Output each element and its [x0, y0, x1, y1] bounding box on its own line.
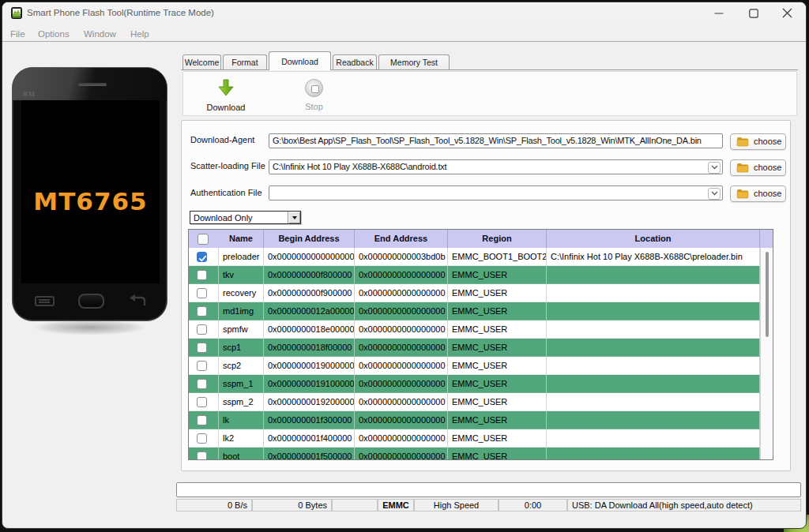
table-row-lk[interactable]: lk0x000000001f3000000x0000000000000000EM… — [189, 411, 760, 429]
cell-region: EMMC_USER — [448, 320, 547, 339]
chevron-down-icon — [711, 191, 718, 196]
cell-begin-address: 0x000000001f400000 — [264, 429, 355, 448]
cell-begin-address: 0x0000000012a00000 — [264, 302, 355, 320]
column-header-end-address[interactable]: End Address — [355, 230, 448, 248]
cell-location — [547, 448, 760, 460]
cell-region: EMMC_USER — [448, 448, 547, 460]
cell-location: C:\Infinix Hot 10 Play X688B-X688C\prelo… — [547, 248, 760, 266]
cell-region: EMMC_USER — [448, 302, 547, 320]
row-checkbox-unchecked[interactable] — [197, 397, 207, 407]
download-mode-dropdown-button[interactable] — [288, 212, 300, 223]
table-row-boot[interactable]: boot0x000000001f5000000x0000000000000000… — [189, 448, 760, 460]
table-row-tkv[interactable]: tkv0x000000000f8000000x0000000000000000E… — [189, 266, 760, 284]
choose-button-0[interactable]: choose — [730, 133, 786, 150]
row-checkbox-unchecked[interactable] — [197, 324, 207, 335]
stop-button[interactable]: Stop — [280, 75, 348, 113]
download-mode-value: Download Only — [194, 212, 253, 223]
tab-welcome[interactable]: Welcome — [182, 54, 221, 69]
folder-icon — [736, 137, 749, 147]
cell-region: EMMC_USER — [448, 393, 547, 411]
status-cell-5: 0:00 — [499, 499, 567, 511]
column-header-name[interactable]: Name — [219, 230, 264, 248]
status-cell-4: High Speed — [414, 499, 499, 511]
scrollbar-thumb[interactable] — [766, 252, 769, 337]
choose-button-1[interactable]: choose — [730, 159, 786, 176]
table-row-sspm_2[interactable]: sspm_20x00000000192000000x00000000000000… — [189, 393, 760, 411]
menu-item-help[interactable]: Help — [130, 29, 149, 39]
row-checkbox-checked[interactable] — [197, 252, 207, 262]
row-checkbox-unchecked[interactable] — [197, 288, 207, 298]
close-button[interactable] — [769, 2, 804, 24]
cell-location — [547, 320, 760, 339]
row-checkbox-unchecked[interactable] — [197, 379, 207, 389]
cell-location — [547, 411, 760, 429]
partition-table: NameBegin AddressEnd AddressRegionLocati… — [188, 229, 773, 460]
form-input-2[interactable] — [269, 185, 723, 200]
choose-button-2[interactable]: choose — [730, 185, 786, 202]
stop-button-label: Stop — [280, 102, 348, 111]
status-cell-1: 0 Bytes — [252, 499, 332, 511]
menu-item-options[interactable]: Options — [38, 29, 70, 39]
vertical-scrollbar[interactable] — [760, 248, 773, 460]
menu-item-file[interactable]: File — [10, 29, 25, 39]
form-input-0[interactable]: G:\box\Best App\SP_Flash_Tool\SP_Flash_T… — [269, 133, 723, 148]
table-row-recovery[interactable]: recovery0x000000000f9000000x000000000000… — [189, 284, 760, 302]
form-input-value-1: C:\Infinix Hot 10 Play X688B-X688C\andro… — [273, 162, 446, 171]
row-checkbox-unchecked[interactable] — [197, 433, 207, 444]
choose-button-label: choose — [754, 163, 781, 172]
download-mode-select[interactable]: Download Only — [190, 211, 301, 224]
minimize-button[interactable] — [702, 2, 736, 24]
cell-begin-address: 0x000000000f800000 — [264, 266, 355, 284]
title-bar[interactable]: Smart Phone Flash Tool(Runtime Trace Mod… — [2, 2, 806, 24]
row-checkbox-unchecked[interactable] — [197, 343, 207, 353]
column-header-location[interactable]: Location — [547, 230, 760, 248]
row-checkbox-unchecked[interactable] — [197, 415, 207, 425]
row-checkbox-unchecked[interactable] — [197, 361, 207, 371]
column-header-begin-address[interactable]: Begin Address — [264, 230, 355, 248]
row-checkbox-unchecked[interactable] — [197, 451, 207, 461]
cell-end-address: 0x0000000000000000 — [355, 284, 448, 302]
cell-region: EMMC_USER — [448, 339, 547, 357]
combo-dropdown-button-1[interactable] — [708, 162, 721, 174]
select-all-checkbox[interactable] — [198, 234, 209, 245]
minimize-icon — [714, 9, 724, 18]
table-row-md1img[interactable]: md1img0x0000000012a000000x00000000000000… — [189, 302, 760, 320]
combo-dropdown-button-2[interactable] — [708, 188, 721, 200]
tab-memory-test[interactable]: Memory Test — [378, 54, 450, 69]
status-bar: 0 B/s0 BytesEMMCHigh Speed0:00USB: DA Do… — [176, 499, 801, 511]
table-row-scp2[interactable]: scp20x00000000190000000x0000000000000000… — [189, 357, 760, 375]
table-row-scp1[interactable]: scp10x0000000018f000000x0000000000000000… — [189, 339, 760, 357]
table-row-lk2[interactable]: lk20x000000001f4000000x0000000000000000E… — [189, 429, 760, 448]
phone-shadow — [13, 321, 166, 342]
tab-readback[interactable]: Readback — [333, 54, 377, 69]
cell-end-address: 0x000000000003bd0b — [355, 248, 448, 266]
download-button[interactable]: Download — [190, 75, 262, 113]
cell-end-address: 0x0000000000000000 — [355, 429, 448, 448]
menu-bar: FileOptionsWindowHelp — [2, 24, 806, 42]
row-checkbox-cell — [189, 320, 219, 339]
table-row-preloader[interactable]: preloader0x00000000000000000x00000000000… — [189, 248, 760, 266]
cell-end-address: 0x0000000000000000 — [355, 302, 448, 320]
form-input-value-0: G:\box\Best App\SP_Flash_Tool\SP_Flash_T… — [273, 136, 702, 145]
table-row-sspm_1[interactable]: sspm_10x00000000191000000x00000000000000… — [189, 375, 760, 393]
row-checkbox-cell — [189, 248, 219, 266]
phone-chipset-label: MT6765 — [21, 187, 160, 215]
menu-item-window[interactable]: Window — [84, 29, 116, 39]
cell-location — [547, 339, 760, 357]
cell-location — [547, 266, 760, 284]
table-row-spmfw[interactable]: spmfw0x0000000018e000000x000000000000000… — [189, 320, 760, 339]
desktop-background: Smart Phone Flash Tool(Runtime Trace Mod… — [0, 0, 809, 532]
cell-begin-address: 0x0000000018f00000 — [264, 339, 355, 357]
tab-format[interactable]: Format — [223, 54, 267, 69]
phone-softkeys — [13, 283, 167, 321]
cell-name: scp2 — [219, 357, 264, 375]
tab-download[interactable]: Download — [269, 51, 331, 70]
column-header-region[interactable]: Region — [448, 230, 547, 248]
cell-begin-address: 0x0000000000000000 — [264, 248, 355, 266]
maximize-button[interactable] — [736, 2, 771, 24]
row-checkbox-cell — [189, 357, 219, 375]
row-checkbox-unchecked[interactable] — [197, 270, 207, 280]
cell-end-address: 0x0000000000000000 — [355, 357, 448, 375]
form-input-1[interactable]: C:\Infinix Hot 10 Play X688B-X688C\andro… — [269, 159, 723, 174]
row-checkbox-unchecked[interactable] — [197, 306, 207, 317]
